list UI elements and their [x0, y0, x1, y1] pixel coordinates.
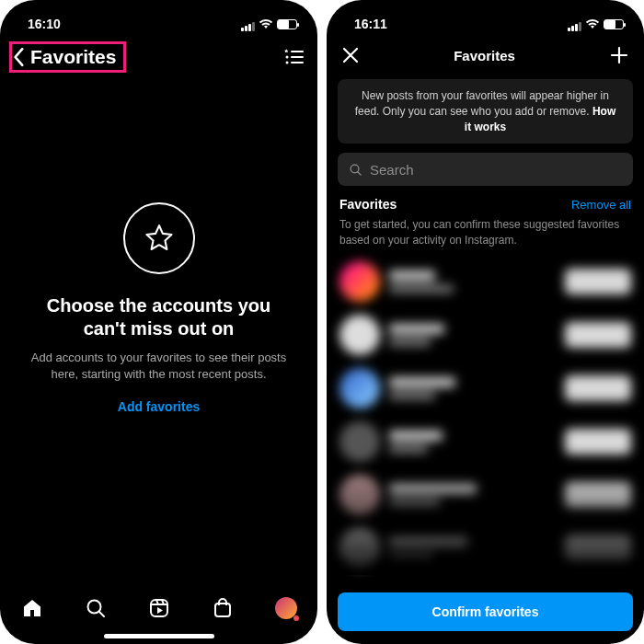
- list-item[interactable]: [332, 468, 638, 522]
- info-text: New posts from your favorites will appea…: [355, 89, 609, 118]
- search-placeholder: Search: [370, 162, 414, 178]
- status-time: 16:11: [354, 17, 387, 31]
- list-item[interactable]: [332, 255, 638, 308]
- status-icons: [240, 17, 297, 31]
- tab-shop-icon[interactable]: [212, 597, 234, 619]
- svg-point-3: [286, 56, 289, 59]
- section-hint: To get started, you can confirm these su…: [327, 217, 644, 254]
- list-item[interactable]: [332, 308, 638, 362]
- list-item[interactable]: [332, 415, 638, 468]
- empty-body: Add accounts to your favorites to see th…: [28, 350, 290, 383]
- phone-favorites-empty: 16:10 Favorites Choose the accounts you …: [0, 0, 317, 644]
- svg-point-4: [286, 62, 289, 64]
- search-icon: [349, 163, 362, 177]
- wifi-icon: [585, 18, 600, 29]
- wifi-icon: [259, 18, 273, 29]
- add-icon[interactable]: [609, 45, 629, 65]
- phone-favorites-manage: 16:11 Favorites New posts from your favo…: [327, 0, 644, 644]
- status-bar: 16:10: [0, 0, 317, 37]
- status-bar: 16:11: [327, 0, 644, 37]
- signal-icon: [567, 17, 581, 31]
- header-title: Favorites: [30, 46, 116, 68]
- svg-line-6: [99, 612, 104, 616]
- remove-all-link[interactable]: Remove all: [571, 198, 631, 212]
- close-icon[interactable]: [341, 46, 360, 64]
- list-item[interactable]: [332, 362, 638, 415]
- home-indicator: [104, 634, 214, 638]
- battery-icon: [604, 19, 624, 29]
- chevron-left-icon: [12, 47, 27, 67]
- svg-rect-7: [151, 600, 167, 616]
- tab-reels-icon[interactable]: [148, 597, 170, 619]
- back-favorites-highlight[interactable]: Favorites: [9, 41, 126, 73]
- tab-search-icon[interactable]: [85, 597, 107, 619]
- svg-line-13: [358, 172, 361, 175]
- empty-state: Choose the accounts you can't miss out o…: [0, 202, 317, 414]
- manage-list-icon[interactable]: [284, 49, 305, 65]
- header: Favorites: [0, 37, 317, 77]
- svg-rect-11: [215, 604, 230, 616]
- info-card: New posts from your favorites will appea…: [338, 79, 633, 144]
- status-icons: [567, 17, 624, 31]
- star-circle-icon: [123, 202, 195, 274]
- suggested-list: [327, 255, 644, 575]
- header-title: Favorites: [454, 48, 515, 63]
- section-title: Favorites: [339, 197, 397, 212]
- section-header: Favorites Remove all: [327, 197, 644, 217]
- tab-bar: [0, 585, 317, 644]
- search-input[interactable]: Search: [338, 153, 633, 186]
- battery-icon: [277, 19, 297, 29]
- status-time: 16:10: [28, 17, 61, 31]
- tab-profile-avatar[interactable]: [275, 597, 297, 619]
- signal-icon: [240, 17, 255, 31]
- confirm-favorites-button[interactable]: Confirm favorites: [338, 592, 633, 631]
- add-favorites-link[interactable]: Add favorites: [28, 399, 290, 414]
- tab-home-icon[interactable]: [21, 597, 43, 619]
- list-item[interactable]: [332, 522, 638, 575]
- empty-heading: Choose the accounts you can't miss out o…: [28, 294, 290, 340]
- header: Favorites: [327, 37, 644, 74]
